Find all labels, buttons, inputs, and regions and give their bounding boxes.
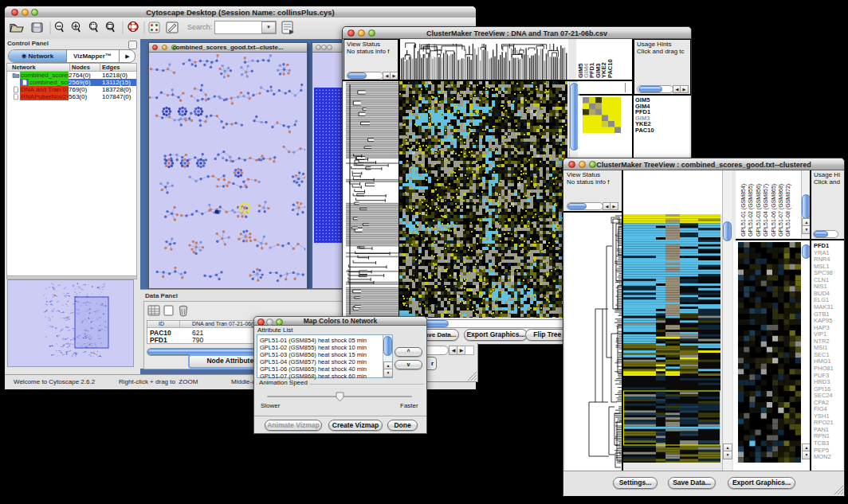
svg-text:Search:: Search: bbox=[187, 23, 212, 31]
svg-text:GPL51-04 (GSM857): GPL51-04 (GSM857) bbox=[763, 184, 769, 236]
svg-text:GPL51-06 (GSM865): GPL51-06 (GSM865) bbox=[771, 184, 777, 236]
svg-text:GPL51-03 (GSM856): GPL51-03 (GSM856) bbox=[756, 184, 762, 236]
svg-text:GPL51-08 (GSM872): GPL51-08 (GSM872) bbox=[785, 184, 791, 236]
svg-text:GPL51-02 (GSM855): GPL51-02 (GSM855) bbox=[748, 184, 754, 236]
svg-text:PAC10: PAC10 bbox=[607, 59, 614, 78]
svg-text:GPL51-01 (GSM854): GPL51-01 (GSM854) bbox=[740, 184, 747, 236]
svg-text:GPL51-07 (GSM868): GPL51-07 (GSM868) bbox=[778, 184, 784, 236]
